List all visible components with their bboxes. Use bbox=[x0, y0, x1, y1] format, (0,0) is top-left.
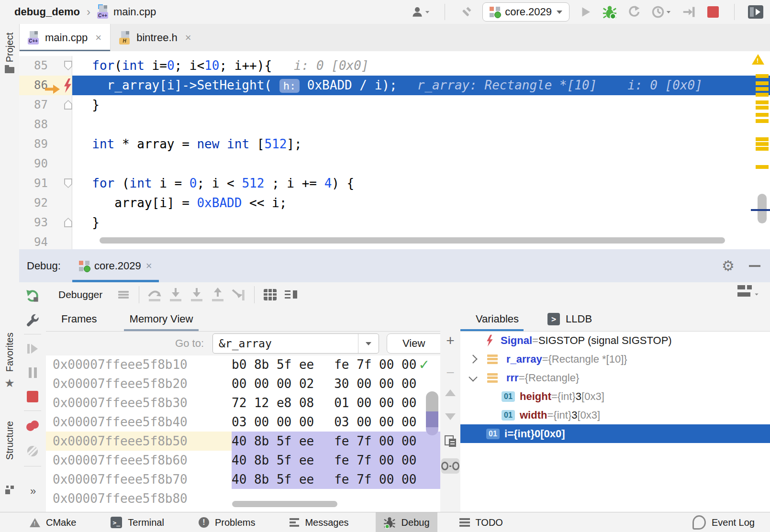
step-out-icon[interactable] bbox=[209, 287, 226, 303]
variable-row-width[interactable]: 01 width = {int} 3 [0x3] bbox=[460, 406, 770, 424]
memory-horizontal-scrollbar[interactable] bbox=[232, 501, 337, 507]
todo-list-icon bbox=[459, 518, 470, 527]
minimize-icon[interactable] bbox=[749, 265, 760, 267]
editor-horizontal-scrollbar[interactable] bbox=[100, 237, 725, 244]
statusbar-item-problems[interactable]: ! Problems bbox=[191, 512, 263, 532]
fold-marker-icon[interactable] bbox=[64, 218, 72, 227]
memory-vertical-scrollbar[interactable] bbox=[426, 391, 438, 435]
gutter[interactable]: 85 bbox=[19, 56, 72, 76]
gutter[interactable]: 91 bbox=[19, 174, 72, 193]
chevron-down-icon[interactable] bbox=[469, 373, 477, 381]
close-icon[interactable]: × bbox=[185, 32, 191, 44]
more-actions-button[interactable]: » bbox=[24, 483, 41, 499]
threads-view-icon[interactable] bbox=[115, 287, 132, 303]
memory-row-highlighted[interactable]: 0x00007ffeee5f8b70 40 8b 5f eefe 7f 00 0… bbox=[46, 470, 440, 489]
stop-button[interactable] bbox=[705, 4, 721, 20]
gutter[interactable]: 93 bbox=[19, 213, 72, 233]
settings-wrench-icon[interactable] bbox=[24, 312, 41, 328]
attach-to-process-icon[interactable] bbox=[626, 4, 641, 20]
chevron-right-icon[interactable] bbox=[469, 355, 477, 363]
view-button[interactable]: View bbox=[387, 333, 441, 354]
editor-error-stripe[interactable] bbox=[749, 51, 770, 249]
evaluate-expression-icon[interactable] bbox=[261, 287, 279, 303]
warning-triangle-icon[interactable] bbox=[752, 54, 764, 65]
remove-watch-button[interactable]: − bbox=[446, 366, 455, 380]
run-configuration-select[interactable]: core.2029 bbox=[482, 2, 569, 22]
tab-variables[interactable]: Variables bbox=[472, 307, 523, 331]
breadcrumb-file[interactable]: main.cpp bbox=[113, 6, 156, 18]
variable-row-i-selected[interactable]: 01 i = {int} 0 [0x0] bbox=[460, 424, 770, 443]
step-into-icon[interactable] bbox=[167, 287, 184, 303]
combo-dropdown-button[interactable] bbox=[358, 334, 379, 353]
mute-breakpoints-icon[interactable] bbox=[24, 443, 41, 459]
step-into-process-icon[interactable] bbox=[681, 4, 697, 20]
add-watch-button[interactable]: + bbox=[446, 333, 455, 348]
memory-row-highlighted[interactable]: 0x00007ffeee5f8b60 40 8b 5f eefe 7f 00 0… bbox=[46, 451, 440, 470]
memory-row-highlighted[interactable]: 0x00007ffeee5f8b50 40 8b 5f eefe 7f 00 0… bbox=[46, 432, 440, 451]
goto-value[interactable]: &r_array bbox=[219, 337, 358, 350]
gutter[interactable]: 92 bbox=[19, 193, 72, 213]
gutter[interactable]: 86 bbox=[19, 76, 72, 95]
fold-marker-icon[interactable] bbox=[64, 61, 72, 70]
sidebar-item-structure[interactable]: Structure bbox=[0, 421, 19, 460]
gutter[interactable]: 87 bbox=[19, 95, 72, 115]
variable-row-rrr[interactable]: rrr = {Rectangle} bbox=[460, 368, 770, 387]
tab-frames[interactable]: Frames bbox=[58, 307, 100, 331]
window-switcher-icon[interactable] bbox=[0, 486, 19, 494]
run-to-cursor-icon[interactable] bbox=[230, 287, 247, 303]
memory-row[interactable]: 0x00007ffeee5f8b10 b0 8b 5f eefe 7f 00 0… bbox=[46, 355, 440, 374]
statusbar-item-messages[interactable]: Messages bbox=[282, 512, 356, 532]
close-icon[interactable]: × bbox=[146, 260, 152, 272]
move-down-icon[interactable] bbox=[445, 413, 456, 420]
profiler-icon[interactable] bbox=[650, 4, 673, 20]
fold-marker-icon[interactable] bbox=[64, 178, 72, 188]
tab-memory-view[interactable]: Memory View bbox=[127, 307, 196, 331]
layout-settings-icon[interactable] bbox=[282, 287, 300, 303]
debug-button[interactable] bbox=[602, 4, 617, 20]
statusbar-item-terminal[interactable]: >_ Terminal bbox=[103, 512, 172, 532]
resume-button[interactable] bbox=[24, 341, 41, 357]
statusbar-item-debug[interactable]: Debug bbox=[376, 512, 437, 532]
force-step-into-icon[interactable] bbox=[188, 287, 205, 303]
tab-main-cpp[interactable]: C++ main.cpp × bbox=[19, 24, 110, 51]
run-console-icon[interactable] bbox=[748, 4, 763, 20]
memory-row[interactable]: 0x00007ffeee5f8b20 00 00 00 0230 00 00 0… bbox=[46, 374, 440, 393]
statusbar-item-event-log[interactable]: Event Log bbox=[685, 512, 762, 532]
tab-bintree-h[interactable]: H bintree.h × bbox=[110, 24, 200, 51]
tab-lldb[interactable]: > LLDB bbox=[544, 307, 596, 331]
build-hammer-icon[interactable] bbox=[458, 4, 474, 20]
goto-address-combobox[interactable]: &r_array bbox=[212, 333, 379, 354]
variable-row-r-array[interactable]: r_array = {Rectangle *[10]} bbox=[460, 350, 770, 368]
memory-row[interactable]: 0x00007ffeee5f8b30 72 12 e8 0801 00 00 0… bbox=[46, 393, 440, 412]
user-icon[interactable] bbox=[410, 4, 431, 20]
memory-row[interactable]: 0x00007ffeee5f8b40 03 00 00 0003 00 00 0… bbox=[46, 412, 440, 432]
debug-session-tab[interactable]: core.2029 × bbox=[72, 249, 159, 282]
statusbar-item-cmake[interactable]: CMake bbox=[22, 512, 84, 532]
restore-layout-button[interactable] bbox=[737, 285, 759, 297]
stop-button[interactable] bbox=[24, 388, 41, 405]
duplicate-watch-icon[interactable] bbox=[445, 435, 456, 447]
gutter[interactable]: 94 bbox=[19, 233, 72, 249]
variable-row-height[interactable]: 01 height = {int} 3 [0x3] bbox=[460, 387, 770, 406]
fold-marker-icon[interactable] bbox=[64, 100, 72, 110]
close-icon[interactable]: × bbox=[95, 32, 101, 44]
run-button[interactable] bbox=[578, 4, 593, 20]
editor-vertical-scrollbar[interactable] bbox=[758, 194, 767, 223]
sidebar-item-project[interactable]: Project bbox=[0, 33, 19, 73]
pause-button[interactable] bbox=[24, 365, 41, 381]
statusbar-item-todo[interactable]: TODO bbox=[452, 512, 511, 532]
move-up-icon[interactable] bbox=[445, 389, 456, 396]
gutter[interactable]: 89 bbox=[19, 134, 72, 154]
breadcrumb-project[interactable]: debug_demo bbox=[14, 6, 80, 18]
variable-row-signal[interactable]: Signal = SIGSTOP (signal SIGSTOP) bbox=[460, 331, 770, 350]
sidebar-item-favorites[interactable]: Favorites ★ bbox=[0, 332, 19, 390]
gear-icon[interactable]: ⚙ bbox=[722, 259, 735, 273]
gutter[interactable]: 88 bbox=[19, 115, 72, 134]
memory-hex-table[interactable]: 0x00007ffeee5f8b10 b0 8b 5f eefe 7f 00 0… bbox=[46, 355, 440, 512]
code-editor[interactable]: 85 for(int i=0; i<10; i++){i: 0 [0x0] 86… bbox=[19, 51, 770, 249]
rerun-button[interactable] bbox=[24, 288, 41, 304]
gutter[interactable]: 90 bbox=[19, 154, 72, 174]
show-watches-glasses-icon[interactable] bbox=[441, 458, 459, 474]
step-over-icon[interactable] bbox=[146, 287, 163, 303]
view-breakpoints-icon[interactable] bbox=[24, 418, 41, 434]
